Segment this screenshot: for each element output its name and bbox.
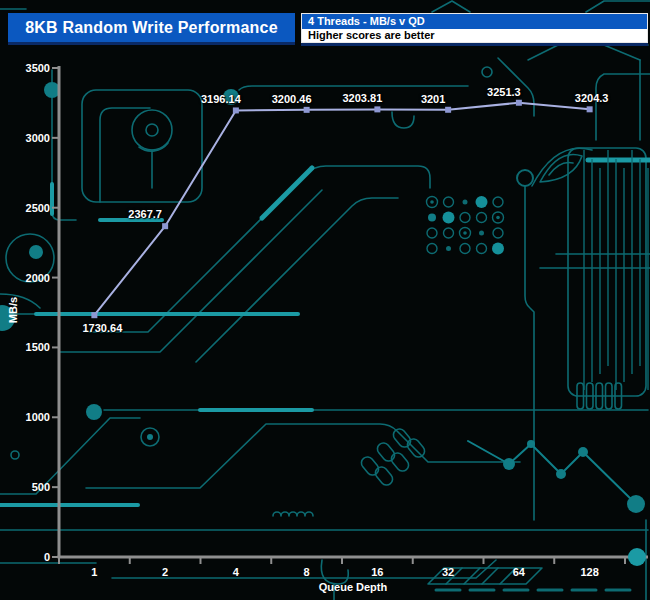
data-point-marker: [304, 107, 310, 113]
data-point-label: 1730.64: [82, 322, 122, 334]
y-tick-label: 2000: [0, 271, 50, 285]
data-point-marker: [233, 107, 239, 113]
y-tick-label: 1000: [0, 410, 50, 424]
data-point-label: 3201: [421, 93, 445, 105]
x-tick-label: 16: [352, 565, 402, 579]
x-axis-title: Queue Depth: [253, 581, 453, 593]
data-point-label: 3200.46: [272, 93, 312, 105]
y-tick-label: 1500: [0, 340, 50, 354]
data-point-marker: [445, 107, 451, 113]
x-tick-label: 4: [211, 565, 261, 579]
chart-title-bar: 8KB Random Write Performance: [8, 13, 295, 42]
chart-subtitle: 4 Threads - MB/s v QD: [302, 14, 647, 29]
x-tick-label: 1: [69, 565, 119, 579]
y-tick-label: 3500: [0, 61, 50, 75]
x-tick-label: 2: [140, 565, 190, 579]
data-point-label: 2367.7: [128, 208, 162, 220]
chart-note: Higher scores are better: [302, 29, 647, 42]
data-point-marker: [91, 312, 97, 318]
data-point-label: 3204.3: [575, 92, 609, 104]
y-tick-label: 2500: [0, 201, 50, 215]
x-tick-label: 128: [565, 565, 615, 579]
y-tick-label: 500: [0, 480, 50, 494]
data-point-marker: [374, 106, 380, 112]
data-point-marker: [162, 223, 168, 229]
performance-line-chart: [0, 0, 650, 600]
data-point-marker: [516, 100, 522, 106]
chart-window: 8KB Random Write Performance 4 Threads -…: [0, 0, 650, 600]
y-axis-title: MB/s: [7, 285, 21, 335]
data-point-label: 3251.3: [487, 86, 521, 98]
y-tick-label: 0: [0, 550, 50, 564]
x-tick-label: 32: [423, 565, 473, 579]
data-point-label: 3203.81: [342, 92, 382, 104]
x-tick-label: 8: [282, 565, 332, 579]
data-point-marker: [587, 106, 593, 112]
y-tick-label: 3000: [0, 131, 50, 145]
data-point-label: 3196.14: [201, 93, 241, 105]
x-tick-label: 64: [494, 565, 544, 579]
chart-subtitle-box: 4 Threads - MB/s v QD Higher scores are …: [301, 13, 648, 43]
